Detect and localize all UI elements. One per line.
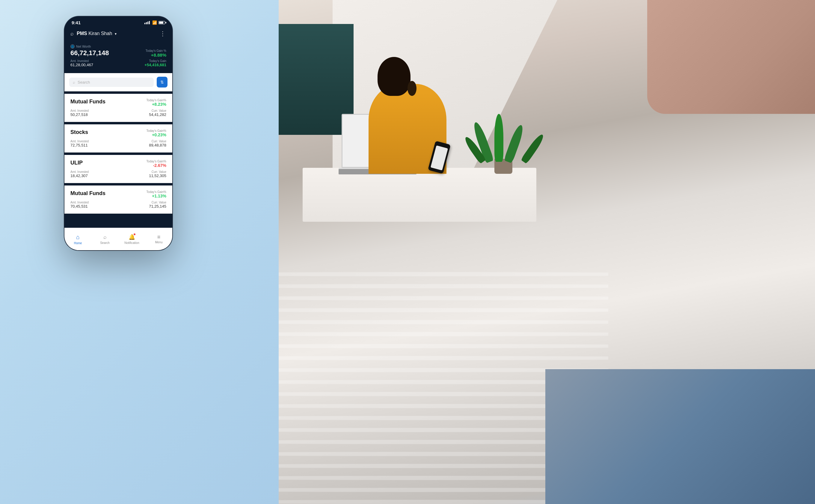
battery-fill xyxy=(159,22,163,24)
card-gain-value-1: +8.23% xyxy=(147,102,166,107)
nav-menu[interactable]: ≡ Menu xyxy=(145,232,172,246)
card-title-3: ULIP xyxy=(70,160,83,166)
card-curr-1: Curr. Value 54,41,282 xyxy=(149,109,166,117)
card-gain-2: Today's Gain% +0.23% xyxy=(147,129,166,137)
more-options-icon[interactable]: ⋮ xyxy=(160,30,166,37)
bottom-nav: ⌂ Home ⌕ Search 🔔 Notification ≡ Menu xyxy=(64,228,172,250)
todays-gain-label: Today's Gain % xyxy=(146,49,166,52)
sort-button[interactable]: ⇅ xyxy=(157,77,167,87)
card-curr-2: Curr. Value 89,48,878 xyxy=(149,140,166,147)
card-gain-1: Today's Gain% +8.23% xyxy=(147,99,166,107)
header-search-icon[interactable]: ⌕ xyxy=(70,31,74,37)
nav-search[interactable]: ⌕ Search xyxy=(91,232,118,247)
todays-gain-abs-label: Today's Gain xyxy=(144,59,166,63)
card-gain-3: Today's Gain% -2.67% xyxy=(147,160,166,168)
card-title-2: Stocks xyxy=(70,129,88,135)
notification-icon-wrap: 🔔 xyxy=(129,234,135,240)
todays-gain-section: Today's Gain % +8.88% xyxy=(146,49,166,58)
net-worth-text: Net Worth xyxy=(76,45,91,48)
card-curr-value-1: 54,41,282 xyxy=(149,112,166,117)
card-invested-value-2: 72,75,511 xyxy=(70,143,89,147)
status-icons: 📶 xyxy=(144,20,165,25)
card-title-1: Mutual Funds xyxy=(70,99,105,105)
card-curr-value-2: 89,48,878 xyxy=(149,143,166,147)
card-footer-2: Amt. Invested 72,75,511 Curr. Value 89,4… xyxy=(70,140,166,147)
status-time: 9:41 xyxy=(72,20,81,25)
card-curr-label-1: Curr. Value xyxy=(149,109,166,112)
search-icon: ⌕ xyxy=(73,80,75,84)
dropdown-arrow-icon[interactable]: ▾ xyxy=(115,32,117,36)
investment-cards-list: Mutual Funds Today's Gain% +8.23% Amt. I… xyxy=(64,91,172,250)
card-header-4: Mutual Funds Today's Gain% +1.13% xyxy=(70,190,166,198)
card-header-3: ULIP Today's Gain% -2.67% xyxy=(70,160,166,168)
nav-notification-label: Notification xyxy=(124,241,139,245)
header-left: ⌕ PMS Kiran Shah ▾ xyxy=(70,31,117,37)
sort-icon: ⇅ xyxy=(160,80,164,84)
card-gain-4: Today's Gain% +1.13% xyxy=(147,190,166,198)
card-invested-label-1: Amt. Invested xyxy=(70,109,89,112)
notification-dot xyxy=(133,233,136,236)
card-gain-label-3: Today's Gain% xyxy=(147,160,166,163)
status-bar: 9:41 📶 xyxy=(64,16,172,28)
card-header-2: Stocks Today's Gain% +0.23% xyxy=(70,129,166,137)
phone-frame: 9:41 📶 ⌕ PMS Kiran Shah xyxy=(64,16,172,250)
home-icon: ⌂ xyxy=(76,234,80,241)
signal-bar-3 xyxy=(147,22,148,24)
card-invested-value-4: 70,45,531 xyxy=(70,204,89,209)
card-footer-3: Amt. Invested 18,42,307 Curr. Value 11,5… xyxy=(70,170,166,178)
card-header-1: Mutual Funds Today's Gain% +8.23% xyxy=(70,99,166,107)
desk-scene xyxy=(279,78,563,222)
net-worth-section: 🌐 Net Worth 66,72,17,148 Today's Gain % … xyxy=(64,42,172,73)
invested-value: 61,28,00,467 xyxy=(70,63,93,67)
card-footer-1: Amt. Invested 50,27,518 Curr. Value 54,4… xyxy=(70,109,166,117)
search-input-wrap[interactable]: ⌕ Search xyxy=(69,78,154,87)
search-placeholder-text: Search xyxy=(78,80,90,84)
card-title-4: Mutual Funds xyxy=(70,190,105,197)
phone-body: ⌕ Search ⇅ Mutual Funds Today's Gain% +8… xyxy=(64,73,172,250)
menu-icon: ≡ xyxy=(157,234,161,240)
card-gain-value-4: +1.13% xyxy=(147,194,166,198)
nav-home-label: Home xyxy=(74,242,82,245)
card-gain-value-2: +0.23% xyxy=(147,132,166,137)
net-worth-value: 66,72,17,148 xyxy=(70,49,109,57)
brand-label: PMS xyxy=(77,31,87,36)
phone-mockup: 9:41 📶 ⌕ PMS Kiran Shah xyxy=(64,16,172,250)
card-curr-label-3: Curr. Value xyxy=(149,170,166,173)
battery-icon xyxy=(159,21,165,24)
app-header: ⌕ PMS Kiran Shah ▾ ⋮ xyxy=(64,28,172,42)
card-footer-4: Amt. Invested 70,45,531 Curr. Value 71,2… xyxy=(70,201,166,209)
nav-home[interactable]: ⌂ Home xyxy=(64,231,91,247)
nav-search-label: Search xyxy=(100,241,110,245)
signal-bar-1 xyxy=(144,23,145,24)
signal-bars xyxy=(144,21,150,24)
bottom-right-area xyxy=(545,369,815,504)
card-gain-label-1: Today's Gain% xyxy=(147,99,166,102)
search-bar-container: ⌕ Search ⇅ xyxy=(64,73,172,91)
globe-icon: 🌐 xyxy=(70,44,75,49)
todays-gain-abs-col: Today's Gain +54,416,681 xyxy=(144,59,166,67)
card-invested-2: Amt. Invested 72,75,511 xyxy=(70,140,89,147)
card-invested-3: Amt. Invested 18,42,307 xyxy=(70,170,89,178)
card-invested-label-4: Amt. Invested xyxy=(70,201,89,204)
background-right xyxy=(279,0,815,504)
net-worth-row: 66,72,17,148 Today's Gain % +8.88% xyxy=(70,49,166,58)
wifi-icon: 📶 xyxy=(152,20,157,25)
card-mutual-funds-1[interactable]: Mutual Funds Today's Gain% +8.23% Amt. I… xyxy=(64,94,172,122)
invested-row: Amt. Invested 61,28,00,467 Today's Gain … xyxy=(70,59,166,67)
card-stocks[interactable]: Stocks Today's Gain% +0.23% Amt. Investe… xyxy=(64,124,172,153)
signal-bar-2 xyxy=(146,22,147,24)
card-gain-label-4: Today's Gain% xyxy=(147,190,166,194)
card-mutual-funds-2[interactable]: Mutual Funds Today's Gain% +1.13% Amt. I… xyxy=(64,185,172,214)
nav-notification[interactable]: 🔔 Notification xyxy=(118,231,145,247)
card-curr-3: Curr. Value 11,52,305 xyxy=(149,170,166,178)
top-patch xyxy=(647,0,815,114)
todays-gain-abs-value: +54,416,681 xyxy=(144,63,166,67)
card-ulip[interactable]: ULIP Today's Gain% -2.67% Amt. Invested … xyxy=(64,155,172,183)
card-invested-value-3: 18,42,307 xyxy=(70,173,89,178)
card-gain-value-3: -2.67% xyxy=(147,163,166,168)
invested-label: Amt. Invested xyxy=(70,59,93,63)
card-curr-value-3: 11,52,305 xyxy=(149,173,166,178)
card-curr-label-2: Curr. Value xyxy=(149,140,166,143)
card-invested-value-1: 50,27,518 xyxy=(70,112,89,117)
card-invested-4: Amt. Invested 70,45,531 xyxy=(70,201,89,209)
